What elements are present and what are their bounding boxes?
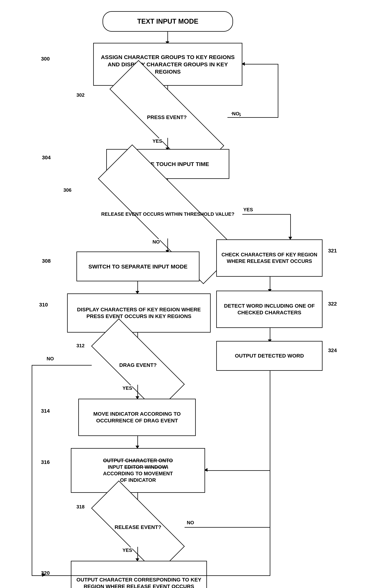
node-314: MOVE INDICATOR ACCORDING TO OCCURRENCE O… (78, 399, 196, 436)
node-322: DETECT WORD INCLUDING ONE OF CHECKED CHA… (216, 291, 322, 328)
diamond-312: DRAG EVENT? (91, 346, 184, 385)
label-306: 306 (63, 187, 71, 193)
label-318: 318 (76, 504, 84, 510)
yes-label-306: YES (243, 207, 253, 213)
diamond-302: PRESS EVENT? (106, 97, 227, 138)
start-node: TEXT INPUT MODE (102, 11, 233, 32)
ref-322: 322 (328, 301, 337, 307)
ref-324: 324 (328, 347, 337, 353)
node-308: SWITCH TO SEPARATE INPUT MODE (76, 251, 200, 281)
node-320: OUTPUT CHARACTER CORRESPONDING TO KEY RE… (71, 561, 207, 588)
node-310: DISPLAY CHARACTERS OF KEY REGION WHERE P… (67, 294, 211, 333)
ref-308: 308 (42, 258, 51, 264)
ref-300: 300 (41, 56, 50, 62)
yes-label-302: YES (153, 138, 162, 144)
node-300: ASSIGN CHARACTER GROUPS TO KEY REGIONS A… (93, 43, 242, 86)
node-321: CHECK CHARACTERS OF KEY REGION WHERE REL… (216, 240, 322, 277)
yes-label-312: YES (122, 385, 132, 391)
ref-321: 321 (328, 248, 337, 254)
no-label-302: NO (232, 111, 239, 117)
label-302: 302 (76, 92, 84, 98)
yes-label-318: YES (122, 547, 132, 553)
ref-314: 314 (41, 408, 50, 414)
node-316-text: OUTPUT CHARACTER ONTO INPUT EDITOR WINDO… (103, 457, 173, 483)
label-312: 312 (76, 343, 84, 348)
diamond-306: RELEASE EVENT OCCURS WITHIN THRESHOLD VA… (93, 190, 242, 239)
no-label-318: NO (187, 520, 194, 526)
flowchart: TEXT INPUT MODE 300 ASSIGN CHARACTER GRO… (0, 0, 368, 588)
diamond-318: RELEASE EVENT? (91, 508, 184, 547)
ref-304: 304 (42, 155, 51, 160)
no-label-306: NO (153, 239, 160, 245)
no-label-312: NO (46, 356, 54, 362)
node-324: OUTPUT DETECTED WORD (216, 341, 322, 371)
ref-316: 316 (41, 459, 50, 465)
node-316: OUTPUT CHARACTER ONTO INPUT EDITOR WINDO… (71, 448, 205, 493)
ref-310: 310 (39, 302, 48, 308)
